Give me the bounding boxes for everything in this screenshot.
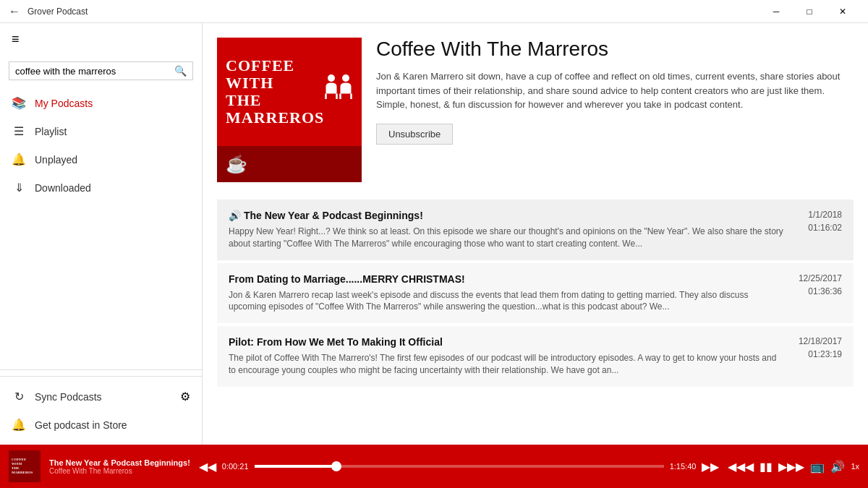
now-playing-thumbnail: COFFEE WITH THE MARREROS: [9, 450, 41, 482]
hamburger-menu-icon[interactable]: ≡: [0, 23, 202, 56]
fast-forward-button[interactable]: ▶▶: [702, 460, 719, 474]
episode-duration: 01:23:19: [808, 349, 842, 359]
podcast-header: CoffeeWithTheMarreros: [217, 38, 854, 182]
sidebar-item-sync[interactable]: ↻ Sync Podcasts: [12, 382, 114, 411]
sidebar-item-get-podcast[interactable]: 🔔 Get podcast in Store: [0, 411, 202, 439]
progress-fill: [255, 465, 336, 468]
playlist-icon: ☰: [12, 124, 26, 138]
episode-description: Jon & Karen Marrero recap last week's ep…: [229, 289, 784, 314]
sidebar-item-label-unplayed: Unplayed: [35, 154, 77, 166]
sidebar-item-downloaded[interactable]: ⇓ Downloaded: [0, 174, 202, 202]
app-title: Grover Podcast: [27, 7, 760, 17]
sidebar-item-label-my-podcasts: My Podcasts: [35, 98, 93, 109]
podcast-description: Jon & Karen Marrero sit down, have a cup…: [376, 69, 854, 112]
rewind-button[interactable]: ◀◀: [199, 460, 216, 474]
episode-meta: 12/18/2017 01:23:19: [799, 336, 842, 359]
close-button[interactable]: ✕: [826, 0, 859, 23]
progress-thumb[interactable]: [331, 461, 341, 471]
episode-item[interactable]: Pilot: From How We Met To Making It Offi…: [217, 326, 854, 387]
episode-item[interactable]: 🔊 The New Year & Podcast Beginnings! Hap…: [217, 200, 854, 260]
sidebar-item-playlist[interactable]: ☰ Playlist: [0, 117, 202, 145]
total-time: 1:15:40: [670, 462, 697, 471]
svg-text:COFFEE: COFFEE: [12, 458, 27, 461]
downloaded-icon: ⇓: [12, 181, 26, 194]
episode-meta: 1/1/2018 01:16:02: [808, 210, 842, 233]
progress-bar[interactable]: [255, 465, 664, 468]
speed-button[interactable]: 1x: [851, 462, 859, 471]
sidebar-divider: [0, 369, 202, 370]
sync-icon: ↻: [12, 390, 26, 403]
episode-content: From Dating to Marriage......MERRY CHRIS…: [229, 273, 784, 314]
svg-point-0: [328, 74, 335, 82]
sync-row: ↻ Sync Podcasts ⚙: [0, 382, 202, 411]
skip-back-button[interactable]: ◀◀◀: [728, 460, 754, 474]
search-icon: 🔍: [174, 65, 187, 77]
my-podcasts-icon: 📚: [12, 96, 26, 110]
search-input[interactable]: [15, 66, 174, 77]
minimize-button[interactable]: ─: [760, 0, 793, 23]
cast-button[interactable]: 📺: [810, 460, 825, 474]
sidebar: ≡ 🔍 📚 My Podcasts ☰ Playlist 🔔 Unplayed …: [0, 23, 203, 445]
episode-date: 12/25/2017: [799, 273, 842, 283]
episode-item[interactable]: From Dating to Marriage......MERRY CHRIS…: [217, 263, 854, 324]
podcast-cover-people-icons: [324, 74, 353, 110]
svg-point-3: [342, 74, 349, 82]
podcast-cover-bottom: ☕: [217, 146, 362, 182]
svg-text:THE: THE: [12, 466, 20, 470]
svg-text:MARREROS: MARREROS: [12, 471, 33, 474]
back-button[interactable]: ←: [9, 5, 20, 18]
main-container: ≡ 🔍 📚 My Podcasts ☰ Playlist 🔔 Unplayed …: [0, 23, 868, 445]
title-bar: ← Grover Podcast ─ □ ✕: [0, 0, 868, 23]
playback-controls: ◀◀ 0:00:21 1:15:40 ▶▶: [199, 460, 720, 474]
skip-forward-button[interactable]: ▶▶▶: [778, 460, 804, 474]
now-playing-bar: COFFEE WITH THE MARREROS The New Year & …: [0, 445, 868, 488]
volume-button[interactable]: 🔊: [830, 460, 845, 474]
episode-title: From Dating to Marriage......MERRY CHRIS…: [229, 273, 784, 285]
content-area: CoffeeWithTheMarreros: [203, 23, 868, 445]
episode-content: 🔊 The New Year & Podcast Beginnings! Hap…: [229, 210, 793, 250]
podcast-info: Coffee With The Marreros Jon & Karen Mar…: [376, 38, 854, 182]
coffee-cup-icon: ☕: [226, 154, 247, 174]
pause-button[interactable]: ▮▮: [760, 460, 773, 474]
episode-title: 🔊 The New Year & Podcast Beginnings!: [229, 210, 793, 221]
settings-icon[interactable]: ⚙: [180, 390, 190, 403]
unplayed-icon: 🔔: [12, 153, 26, 166]
sidebar-item-label-playlist: Playlist: [35, 126, 67, 137]
sidebar-item-label-downloaded: Downloaded: [35, 182, 91, 194]
sidebar-item-my-podcasts[interactable]: 📚 My Podcasts: [0, 89, 202, 117]
podcast-cover: CoffeeWithTheMarreros: [217, 38, 362, 182]
episode-meta: 12/25/2017 01:36:36: [799, 273, 842, 296]
right-controls: ◀◀◀ ▮▮ ▶▶▶ 📺 🔊 1x: [728, 460, 859, 474]
podcast-cover-main: CoffeeWithTheMarreros: [217, 38, 362, 146]
episode-date: 1/1/2018: [808, 210, 842, 220]
podcast-cover-text: CoffeeWithTheMarreros: [226, 57, 324, 127]
episode-duration: 01:16:02: [808, 223, 842, 233]
svg-text:WITH: WITH: [12, 462, 22, 466]
window-controls: ─ □ ✕: [760, 0, 859, 23]
now-playing-info: The New Year & Podcast Beginnings! Coffe…: [49, 458, 190, 475]
sidebar-bottom: ↻ Sync Podcasts ⚙ 🔔 Get podcast in Store: [0, 376, 202, 445]
store-icon: 🔔: [12, 418, 26, 432]
episode-title: Pilot: From How We Met To Making It Offi…: [229, 336, 784, 348]
episode-content: Pilot: From How We Met To Making It Offi…: [229, 336, 784, 377]
current-time: 0:00:21: [222, 462, 249, 471]
sidebar-item-unplayed[interactable]: 🔔 Unplayed: [0, 145, 202, 174]
podcast-title: Coffee With The Marreros: [376, 38, 854, 61]
episode-duration: 01:36:36: [808, 286, 842, 296]
episode-list: 🔊 The New Year & Podcast Beginnings! Hap…: [217, 200, 854, 387]
search-box: 🔍: [9, 61, 193, 80]
unsubscribe-button[interactable]: Unsubscribe: [376, 124, 453, 145]
now-playing-podcast: Coffee With The Marreros: [49, 467, 190, 475]
sidebar-item-label-get-podcast: Get podcast in Store: [35, 419, 127, 431]
episode-description: Happy New Year! Right...? We think so at…: [229, 226, 793, 250]
episode-date: 12/18/2017: [799, 336, 842, 346]
sidebar-nav: 📚 My Podcasts ☰ Playlist 🔔 Unplayed ⇓ Do…: [0, 89, 202, 364]
sidebar-item-label-sync: Sync Podcasts: [35, 391, 102, 403]
now-playing-title: The New Year & Podcast Beginnings!: [49, 458, 190, 467]
maximize-button[interactable]: □: [793, 0, 826, 23]
episode-description: The pilot of Coffee With The Marrero's! …: [229, 352, 784, 377]
